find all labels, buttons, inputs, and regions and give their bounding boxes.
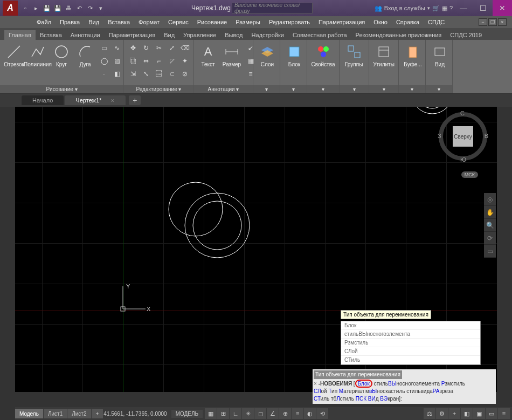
list-item[interactable]: СТиль bbox=[341, 356, 480, 364]
point-icon[interactable]: · bbox=[98, 68, 110, 80]
menu-help[interactable]: Справка bbox=[392, 18, 424, 26]
panel-draw-title[interactable]: Рисование ▾ bbox=[0, 85, 123, 93]
doc-restore-button[interactable]: ❐ bbox=[488, 18, 497, 26]
ellipse-icon[interactable]: ◯ bbox=[98, 55, 110, 67]
annomonitor-icon[interactable]: + bbox=[448, 408, 460, 419]
transparency-icon[interactable]: ◐ bbox=[304, 408, 316, 419]
annoscale-icon[interactable]: ⚖ bbox=[424, 408, 435, 419]
polyline-button[interactable]: Полилиния bbox=[27, 42, 49, 68]
menu-parametric[interactable]: Параметризация bbox=[314, 18, 369, 26]
nav-orbit-icon[interactable]: ⟳ bbox=[484, 232, 496, 245]
panel-annot-title[interactable]: Аннотации ▾ bbox=[194, 85, 253, 93]
tab-drawing1[interactable]: Чертеж1* ✕ bbox=[65, 95, 126, 105]
viewcube[interactable]: Сверху С Ю В З bbox=[439, 112, 487, 161]
maximize-button[interactable]: ☐ bbox=[473, 0, 493, 16]
tab-featured[interactable]: Рекомендованные приложения bbox=[351, 30, 446, 40]
list-item[interactable]: Рзмстиль bbox=[341, 339, 480, 347]
osnap-toggle-icon[interactable]: ◻ bbox=[254, 408, 266, 419]
rotate-icon[interactable]: ↻ bbox=[140, 42, 152, 54]
polar-toggle-icon[interactable]: ✳ bbox=[242, 408, 254, 419]
cleanscreen-icon[interactable]: ▭ bbox=[486, 408, 497, 419]
viewcube-top[interactable]: Сверху bbox=[453, 126, 473, 147]
menu-file[interactable]: Файл bbox=[32, 18, 56, 26]
qat-dropdown-icon[interactable]: ▾ bbox=[96, 3, 106, 13]
hatch-icon[interactable]: ▨ bbox=[111, 55, 123, 67]
exchange-icon[interactable]: 🛒 bbox=[432, 5, 440, 12]
command-option-highlighted[interactable]: Блок bbox=[355, 380, 372, 388]
viewcube-south[interactable]: Ю bbox=[460, 156, 466, 163]
tab-home[interactable]: Главная bbox=[4, 30, 36, 40]
extend-icon[interactable]: ⤢ bbox=[166, 42, 178, 54]
nav-zoom-icon[interactable]: 🔍 bbox=[484, 219, 496, 232]
people-icon[interactable]: 👥 bbox=[375, 5, 382, 12]
menu-dimension[interactable]: Размеры bbox=[231, 18, 265, 26]
copy-icon[interactable]: ⿻ bbox=[127, 55, 139, 67]
layers-button[interactable]: Слои bbox=[257, 42, 278, 68]
menu-insert[interactable]: Вставка bbox=[103, 18, 134, 26]
explode-icon[interactable]: ✦ bbox=[179, 55, 191, 67]
tab-add-button[interactable]: + bbox=[129, 95, 141, 105]
tab-close-icon[interactable]: ✕ bbox=[110, 98, 115, 104]
help-icon[interactable]: ? bbox=[449, 5, 453, 11]
utilities-button[interactable]: Утилиты bbox=[372, 42, 395, 68]
ortho-toggle-icon[interactable]: ∟ bbox=[230, 408, 241, 419]
tab-manage[interactable]: Управление bbox=[179, 30, 220, 40]
status-tab-model[interactable]: Модель bbox=[15, 409, 43, 418]
tab-view[interactable]: Вид bbox=[160, 30, 179, 40]
stretch-icon[interactable]: ⇲ bbox=[127, 68, 139, 80]
scale-icon[interactable]: ⤡ bbox=[140, 68, 152, 80]
save-icon[interactable]: 💾 bbox=[42, 3, 52, 13]
text-button[interactable]: AТекст bbox=[197, 42, 219, 68]
saveas-icon[interactable]: 💾 bbox=[53, 3, 63, 13]
erase-icon[interactable]: ⌫ bbox=[179, 42, 191, 54]
trim-icon[interactable]: ✂ bbox=[153, 42, 165, 54]
nav-pan-icon[interactable]: ✋ bbox=[484, 206, 496, 219]
minimize-button[interactable]: — bbox=[454, 0, 473, 16]
status-tab-layout2[interactable]: Лист2 bbox=[67, 409, 91, 418]
chamfer-icon[interactable]: ◸ bbox=[166, 55, 178, 67]
spline-icon[interactable]: ∿ bbox=[111, 42, 123, 54]
cycling-icon[interactable]: ⟲ bbox=[316, 408, 328, 419]
tab-addins[interactable]: Надстройки bbox=[247, 30, 288, 40]
menu-modify[interactable]: Редактировать bbox=[265, 18, 314, 26]
otrack-toggle-icon[interactable]: ∠ bbox=[267, 408, 279, 419]
status-tab-add[interactable]: + bbox=[92, 409, 103, 418]
tab-insert[interactable]: Вставка bbox=[36, 30, 66, 40]
new-icon[interactable]: ▫ bbox=[20, 3, 30, 13]
rect-icon[interactable]: ▭ bbox=[98, 42, 110, 54]
wcs-label[interactable]: МСК bbox=[461, 171, 478, 178]
circle-button[interactable]: Круг bbox=[51, 42, 72, 68]
groups-button[interactable]: Группы bbox=[343, 42, 365, 68]
menu-window[interactable]: Окно bbox=[369, 18, 392, 26]
nav-showmotion-icon[interactable]: ▭ bbox=[484, 245, 496, 258]
plot-icon[interactable]: 🖶 bbox=[64, 3, 73, 13]
menu-tools[interactable]: Сервис bbox=[164, 18, 193, 26]
clipboard-button[interactable]: Буфе... bbox=[402, 42, 424, 68]
customize-icon[interactable]: ≡ bbox=[498, 408, 510, 419]
list-item[interactable]: СЛой bbox=[341, 347, 480, 356]
hardware-icon[interactable]: ▣ bbox=[473, 408, 485, 419]
isolate-icon[interactable]: ◧ bbox=[461, 408, 473, 419]
properties-button[interactable]: Свойства bbox=[310, 42, 336, 68]
doc-minimize-button[interactable]: − bbox=[479, 18, 487, 26]
tab-parametric[interactable]: Параметризация bbox=[105, 30, 160, 40]
viewcube-east[interactable]: В bbox=[485, 133, 488, 139]
region-icon[interactable]: ◧ bbox=[111, 68, 123, 80]
view-button[interactable]: Вид bbox=[429, 42, 451, 68]
tab-annotate[interactable]: Аннотации bbox=[66, 30, 105, 40]
tab-start[interactable]: Начало bbox=[22, 95, 64, 105]
viewcube-west[interactable]: З bbox=[438, 133, 441, 139]
offset-icon[interactable]: ⊂ bbox=[166, 68, 178, 80]
menu-format[interactable]: Формат bbox=[134, 18, 164, 26]
model-space-button[interactable]: МОДЕЛЬ bbox=[171, 410, 203, 418]
undo-icon[interactable]: ↶ bbox=[74, 3, 84, 13]
grid-toggle-icon[interactable]: ▦ bbox=[205, 408, 217, 419]
tab-spds[interactable]: СПДС 2019 bbox=[446, 30, 486, 40]
menu-edit[interactable]: Правка bbox=[56, 18, 84, 26]
snap-toggle-icon[interactable]: ⊞ bbox=[217, 408, 229, 419]
list-item[interactable]: Блок bbox=[341, 321, 480, 330]
redo-icon[interactable]: ↷ bbox=[85, 3, 95, 13]
tab-output[interactable]: Вывод bbox=[220, 30, 247, 40]
command-line[interactable]: Тип объекта для переименования × -НОВОЕИ… bbox=[313, 369, 496, 404]
workspace-icon[interactable]: ⚙ bbox=[436, 408, 448, 419]
